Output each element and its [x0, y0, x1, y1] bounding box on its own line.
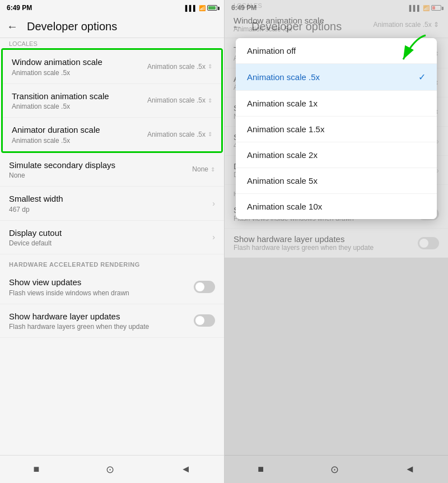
- nav-square-left[interactable]: ■: [33, 463, 39, 475]
- settings-list-left: LOCALES Window animation scale Animation…: [0, 38, 224, 455]
- show-view-updates-toggle[interactable]: [194, 281, 215, 293]
- simulate-displays-subtitle: None: [9, 171, 170, 179]
- right-phone-panel: 6:49 PM ▌▌▌ 📶 ← Developer options LOCALE…: [224, 0, 448, 483]
- dropdown-item-1x[interactable]: Animation scale 1x: [236, 91, 437, 117]
- dropdown-item-5x[interactable]: Animation scale 5x: [236, 168, 437, 194]
- simulate-displays-value: None: [192, 165, 208, 173]
- smallest-width-item[interactable]: Smallest width 467 dp ›: [0, 187, 224, 221]
- dropdown-label-05x: Animation scale .5x: [247, 72, 320, 82]
- show-view-updates-title: Show view updates: [9, 277, 194, 288]
- left-phone-panel: 6:49 PM ▌▌▌ 📶 ← Developer options LOCALE…: [0, 0, 224, 483]
- show-view-updates-subtitle: Flash views inside windows when drawn: [9, 289, 194, 297]
- animator-duration-item[interactable]: Animator duration scale Animation scale …: [3, 118, 221, 151]
- hardware-section-header-left: HARDWARE ACCELERATED RENDERING: [0, 254, 224, 270]
- simulate-displays-title: Simulate secondary displays: [9, 160, 170, 171]
- status-bar-left: 6:49 PM ▌▌▌ 📶: [0, 0, 224, 16]
- dropdown-item-2x[interactable]: Animation scale 2x: [236, 142, 437, 168]
- smallest-width-title: Smallest width: [9, 193, 170, 205]
- animator-duration-chevron: ⇕: [208, 131, 212, 137]
- smallest-width-chevron: ›: [212, 199, 215, 208]
- dropdown-item-15x[interactable]: Animation scale 1.5x: [236, 117, 437, 142]
- green-animation-group: Window animation scale Animation scale .…: [1, 48, 223, 153]
- bottom-nav-left: ■ ⊙ ◄: [0, 455, 224, 483]
- back-button-left[interactable]: ←: [7, 20, 18, 33]
- transition-animation-item[interactable]: Transition animation scale Animation sca…: [3, 84, 221, 118]
- dropdown-label-5x: Animation scale 5x: [247, 176, 318, 185]
- window-animation-value: Animation scale .5x: [147, 63, 206, 71]
- show-hardware-layer-title: Show hardware layer updates: [9, 311, 194, 322]
- wifi-icon-left: 📶: [199, 5, 206, 11]
- simulate-displays-item[interactable]: Simulate secondary displays None None ⇕: [0, 153, 224, 187]
- animator-duration-subtitle: Animation scale .5x: [12, 137, 147, 145]
- simulate-displays-chevron: ⇕: [211, 166, 215, 173]
- time-left: 6:49 PM: [7, 4, 32, 12]
- show-hardware-layer-item[interactable]: Show hardware layer updates Flash hardwa…: [0, 304, 224, 338]
- transition-animation-value: Animation scale .5x: [147, 96, 206, 104]
- dropdown-label-off: Animation off: [247, 46, 296, 55]
- signal-icon-left: ▌▌▌: [185, 5, 197, 11]
- display-cutout-title: Display cutout: [9, 227, 170, 239]
- dropdown-label-1x: Animation scale 1x: [247, 99, 318, 108]
- display-cutout-chevron: ›: [212, 233, 215, 242]
- locales-label-left: LOCALES: [0, 38, 224, 48]
- page-header-left: ← Developer options: [0, 16, 224, 38]
- display-cutout-item[interactable]: Display cutout Device default ›: [0, 221, 224, 255]
- dropdown-item-05x[interactable]: Animation scale .5x ✓: [236, 64, 437, 91]
- transition-animation-subtitle: Animation scale .5x: [12, 103, 147, 110]
- green-arrow-indicator: [392, 32, 431, 66]
- dropdown-label-10x: Animation scale 10x: [247, 202, 322, 211]
- dropdown-label-15x: Animation scale 1.5x: [247, 124, 324, 134]
- nav-back-left[interactable]: ◄: [181, 463, 191, 475]
- smallest-width-subtitle: 467 dp: [9, 206, 170, 213]
- animator-duration-value: Animation scale .5x: [147, 131, 206, 138]
- transition-animation-chevron: ⇕: [208, 97, 212, 104]
- show-view-updates-item[interactable]: Show view updates Flash views inside win…: [0, 270, 224, 304]
- nav-circle-left[interactable]: ⊙: [106, 463, 114, 476]
- dropdown-label-2x: Animation scale 2x: [247, 150, 318, 160]
- show-hardware-layer-subtitle: Flash hardware layers green when they up…: [9, 323, 194, 331]
- status-icons-left: ▌▌▌ 📶: [185, 5, 217, 11]
- dropdown-item-10x[interactable]: Animation scale 10x: [236, 194, 437, 219]
- page-title-left: Developer options: [27, 20, 117, 33]
- check-mark-05x: ✓: [418, 72, 426, 82]
- window-animation-chevron: ⇕: [208, 63, 212, 69]
- show-hardware-layer-toggle[interactable]: [194, 314, 215, 327]
- window-animation-item[interactable]: Window animation scale Animation scale .…: [3, 50, 221, 84]
- battery-icon-left: [207, 5, 217, 11]
- transition-animation-title: Transition animation scale: [12, 91, 147, 102]
- window-animation-title: Window animation scale: [12, 57, 147, 68]
- display-cutout-subtitle: Device default: [9, 239, 170, 247]
- animator-duration-title: Animator duration scale: [12, 124, 147, 136]
- locales-label-right: LOCALES: [225, 0, 448, 10]
- window-animation-subtitle: Animation scale .5x: [12, 69, 147, 77]
